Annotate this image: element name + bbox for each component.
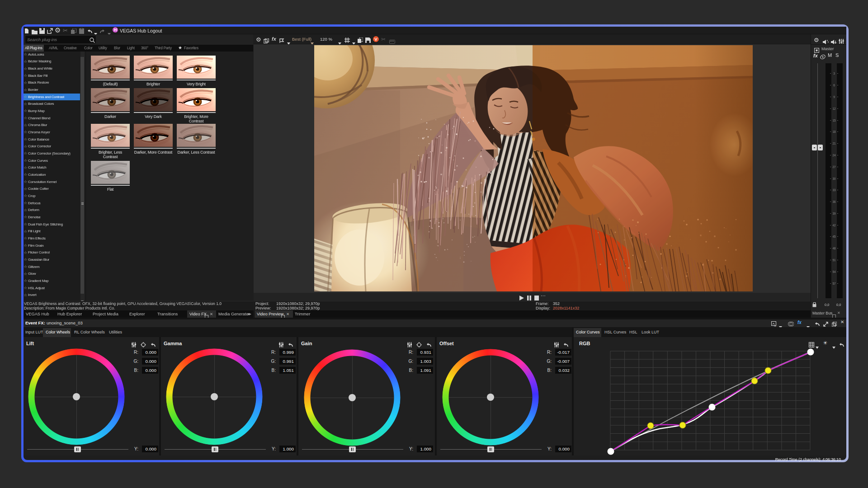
svg-text:fx: fx xyxy=(774,324,776,327)
